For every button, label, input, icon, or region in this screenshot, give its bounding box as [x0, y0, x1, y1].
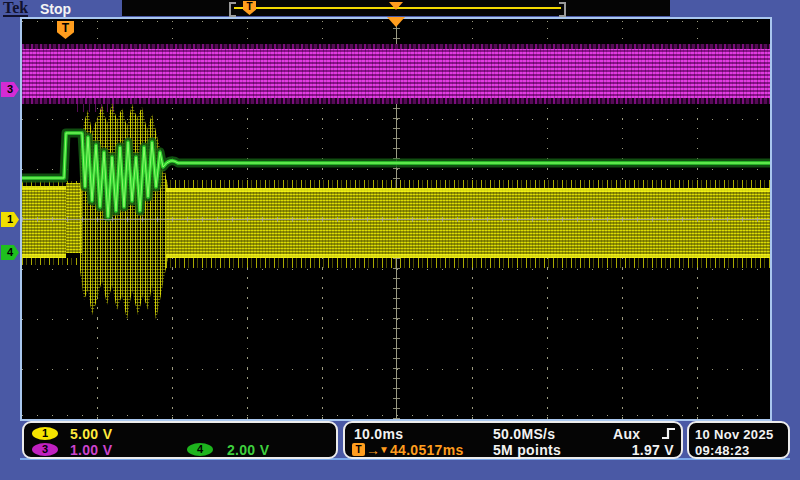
tek-logo: Tek	[3, 0, 28, 17]
ch1-badge: 1	[32, 427, 58, 440]
ch3-badge: 3	[32, 443, 58, 456]
date-readout: 10 Nov 2025	[695, 427, 773, 442]
record-trigger-t-icon[interactable]: T	[243, 1, 256, 15]
trigger-level-readout: 1.97 V	[600, 442, 674, 458]
ch4-scale-readout: 2.00 V	[227, 442, 269, 458]
ch1-scale-readout: 5.00 V	[70, 426, 112, 442]
expansion-point-triangle-icon[interactable]	[387, 17, 405, 27]
delay-triangle-icon: ▼	[379, 444, 389, 455]
ch4-position-marker[interactable]: 4	[1, 245, 19, 260]
ch1-position-marker[interactable]: 1	[1, 212, 19, 227]
record-length-readout: 5M points	[493, 442, 561, 458]
record-window-left-bracket-icon[interactable]	[229, 2, 236, 17]
ch3-position-marker[interactable]: 3	[1, 82, 19, 97]
record-view-bar[interactable]: T	[122, 0, 670, 16]
sample-rate-readout: 50.0MS/s	[493, 426, 555, 442]
center-horizontal-ticks	[22, 217, 770, 222]
ch3-scale-readout: 1.00 V	[70, 442, 112, 458]
delay-time-readout: 44.0517ms	[390, 442, 464, 458]
time-readout: 09:48:23	[695, 443, 749, 458]
channel-readout-box[interactable]: 1 5.00 V 3 1.00 V 4 2.00 V	[22, 421, 338, 459]
ch4-badge: 4	[187, 443, 213, 456]
timebase-readout: 10.0ms	[354, 426, 403, 442]
waveform-display[interactable]	[20, 17, 772, 421]
record-window-right-bracket-icon[interactable]	[559, 2, 566, 17]
record-expansion-triangle-icon[interactable]	[389, 2, 403, 10]
rising-edge-slope-icon	[661, 426, 677, 441]
trigger-t-icon: T	[352, 443, 365, 456]
horizontal-trigger-readout-box[interactable]: 10.0ms 50.0MS/s Aux T → ▼ 44.0517ms 5M p…	[343, 421, 683, 459]
trigger-source-readout: Aux	[613, 426, 640, 442]
datetime-readout-box[interactable]: 10 Nov 2025 09:48:23	[687, 421, 790, 459]
oscilloscope-screen: Tek Stop T	[0, 0, 800, 480]
acquisition-status: Stop	[40, 1, 71, 17]
